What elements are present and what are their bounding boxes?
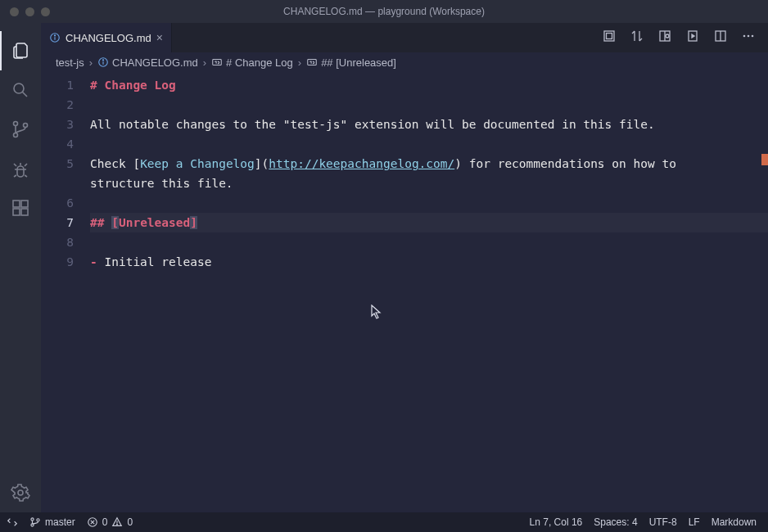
line-number: 8: [41, 232, 74, 252]
tab-close-icon[interactable]: ×: [156, 32, 163, 43]
line-number: 1: [41, 75, 74, 95]
open-changes-icon[interactable]: [630, 29, 644, 46]
toggle-word-wrap-icon[interactable]: [603, 29, 616, 46]
svg-rect-27: [213, 60, 222, 65]
warning-icon: [111, 516, 123, 528]
line-number: 9: [41, 252, 74, 272]
close-window-icon[interactable]: [10, 7, 19, 16]
breadcrumb-folder[interactable]: test-js: [56, 56, 84, 69]
activity-settings[interactable]: [0, 473, 41, 512]
search-icon: [11, 80, 30, 100]
run-file-icon[interactable]: [686, 29, 699, 46]
svg-point-0: [14, 83, 24, 93]
svg-point-9: [18, 490, 23, 495]
line-number: 6: [41, 193, 74, 213]
line-number: 4: [41, 134, 74, 154]
activity-explorer[interactable]: [0, 31, 41, 70]
status-branch[interactable]: master: [29, 516, 75, 528]
breadcrumb-sep: ›: [298, 56, 301, 69]
status-problems[interactable]: 0 0: [87, 516, 133, 528]
line-number-gutter: 1 2 3 4 5 6 7 8 9: [41, 72, 90, 512]
minimize-window-icon[interactable]: [25, 7, 34, 16]
info-file-icon: [97, 56, 109, 68]
activity-extensions[interactable]: [0, 188, 41, 228]
maximize-window-icon[interactable]: [41, 7, 50, 16]
svg-point-21: [743, 35, 746, 38]
activity-search[interactable]: [0, 70, 41, 110]
branch-icon: [11, 119, 30, 139]
bug-icon: [11, 159, 30, 178]
editor[interactable]: 1 2 3 4 5 6 7 8 9 # Change Log All notab…: [41, 72, 768, 512]
line-number: [41, 174, 74, 193]
error-icon: [87, 516, 98, 528]
breadcrumb-file[interactable]: CHANGELOG.md: [97, 56, 198, 69]
svg-point-17: [666, 34, 669, 38]
svg-rect-14: [607, 34, 612, 39]
status-warning-count: 0: [127, 516, 133, 528]
svg-point-2: [14, 122, 18, 126]
gear-icon: [11, 483, 30, 503]
status-encoding[interactable]: UTF-8: [649, 516, 677, 528]
status-bar: master 0 0 Ln 7, Col 16 Spaces: 4 UTF-8 …: [0, 512, 768, 532]
window-controls[interactable]: [0, 7, 50, 16]
editor-group: CHANGELOG.md × test-js › CHANGELOG.md ›: [41, 23, 768, 512]
mouse-cursor-icon: [371, 304, 382, 319]
status-cursor-position[interactable]: Ln 7, Col 16: [530, 516, 583, 528]
breadcrumb-symbol-2[interactable]: ## [Unreleased]: [306, 56, 396, 69]
svg-rect-5: [13, 201, 20, 207]
status-eol[interactable]: LF: [689, 516, 700, 528]
tabs-row: CHANGELOG.md ×: [41, 23, 768, 52]
open-preview-side-icon[interactable]: [658, 29, 671, 46]
branch-icon: [29, 516, 41, 528]
svg-point-22: [748, 35, 750, 38]
svg-point-23: [752, 35, 754, 38]
svg-point-3: [14, 133, 18, 138]
line-number: 7: [41, 213, 74, 232]
remote-icon: [7, 516, 18, 528]
status-language-mode[interactable]: Markdown: [712, 516, 757, 528]
svg-point-26: [102, 60, 103, 61]
status-indentation[interactable]: Spaces: 4: [594, 516, 637, 528]
tab-label: CHANGELOG.md: [66, 32, 151, 44]
svg-line-1: [23, 92, 28, 97]
line-number: 2: [41, 95, 74, 115]
activity-bar: [0, 23, 41, 512]
code-area[interactable]: # Change Log All notable changes to the …: [90, 72, 768, 512]
breadcrumb-symbol-1[interactable]: # Change Log: [211, 56, 293, 69]
svg-rect-7: [21, 209, 28, 215]
info-file-icon: [49, 32, 61, 43]
tab-changelog[interactable]: CHANGELOG.md ×: [41, 23, 172, 52]
svg-rect-6: [13, 209, 20, 215]
activity-run-debug[interactable]: [0, 149, 41, 188]
svg-point-4: [24, 124, 28, 128]
editor-actions: [590, 23, 768, 52]
files-icon: [11, 41, 31, 61]
window-title: CHANGELOG.md — playground (Workspace): [283, 6, 485, 17]
ruler-marker: [761, 154, 768, 165]
svg-point-34: [117, 524, 118, 525]
line-number: 5: [41, 154, 74, 174]
line-number: 3: [41, 115, 74, 134]
svg-rect-13: [604, 31, 614, 41]
svg-rect-28: [308, 60, 317, 65]
activity-source-control[interactable]: [0, 110, 41, 149]
symbol-string-icon: [211, 56, 223, 68]
svg-point-31: [37, 519, 39, 521]
more-actions-icon[interactable]: [742, 29, 755, 46]
svg-point-12: [54, 35, 55, 36]
svg-point-29: [31, 518, 34, 521]
status-branch-label: master: [45, 516, 75, 528]
svg-rect-8: [21, 201, 28, 207]
breadcrumb-sep: ›: [89, 56, 93, 69]
title-bar: CHANGELOG.md — playground (Workspace): [0, 0, 768, 23]
split-editor-icon[interactable]: [714, 29, 727, 46]
breadcrumbs[interactable]: test-js › CHANGELOG.md › # Change Log › …: [41, 52, 768, 72]
status-remote[interactable]: [7, 516, 18, 528]
symbol-string-icon: [306, 56, 318, 68]
overview-ruler[interactable]: [757, 72, 768, 512]
breadcrumb-sep: ›: [203, 56, 206, 69]
status-error-count: 0: [102, 516, 108, 528]
extensions-icon: [11, 198, 30, 218]
